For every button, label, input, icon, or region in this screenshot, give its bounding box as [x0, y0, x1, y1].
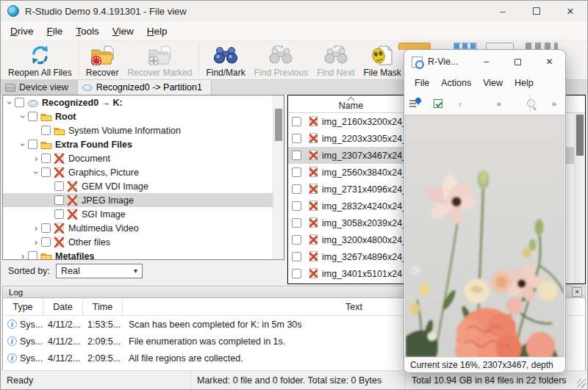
expander-icon[interactable]: › [31, 223, 41, 234]
tree-scrollbar[interactable] [273, 95, 284, 259]
tab-recognized0-partition1[interactable]: Recognized0 -> Partition1 [78, 80, 212, 95]
partial-toolbar-icon[interactable] [453, 43, 477, 49]
viewer-close-button[interactable]: ✕ [534, 50, 565, 73]
checkbox[interactable] [292, 269, 301, 278]
toolbar-overflow-button[interactable]: » [488, 99, 511, 108]
viewer-minimize-button[interactable]: – [470, 50, 502, 73]
viewer-maximize-button[interactable] [502, 50, 534, 73]
tree-row[interactable]: › Extra Found Files [3, 137, 284, 151]
checkbox[interactable] [292, 235, 301, 245]
unknown-type-icon [54, 236, 65, 248]
image-preview[interactable] [406, 115, 564, 357]
checkbox[interactable] [54, 181, 64, 191]
previous-file-button[interactable]: ‹ [449, 98, 472, 109]
mark-file-button[interactable] [427, 99, 450, 108]
tree-row[interactable]: › System Volume Information [3, 123, 284, 137]
file-list-scrollbar-thumb[interactable] [576, 115, 584, 156]
expander-icon[interactable]: › [18, 140, 28, 150]
column-header-date[interactable]: Date [43, 298, 83, 315]
recover-icon [90, 43, 115, 67]
goto-file-button[interactable] [404, 98, 427, 109]
close-icon: ✕ [567, 6, 575, 17]
tree-row[interactable]: › Multimedia Video [3, 221, 284, 235]
menu-tools[interactable]: Tools [69, 23, 106, 40]
partial-toolbar-icon[interactable] [526, 43, 558, 49]
file-mask-icon [371, 43, 393, 67]
expander-icon[interactable]: › [31, 154, 41, 164]
tree-scrollbar-thumb[interactable] [275, 109, 282, 141]
viewer-menu-help[interactable]: Help [509, 76, 539, 90]
checkbox[interactable] [292, 252, 301, 261]
close-icon: ✕ [575, 289, 580, 295]
checkbox[interactable] [41, 223, 51, 233]
checkbox[interactable] [292, 117, 301, 126]
deleted-image-icon [307, 201, 319, 212]
checkbox[interactable] [54, 209, 64, 219]
checkbox[interactable] [292, 151, 301, 160]
tree-row[interactable]: › Graphics, Picture [3, 165, 284, 179]
menu-view[interactable]: View [106, 23, 140, 40]
expander-icon[interactable]: › [31, 237, 41, 248]
checkbox[interactable] [292, 201, 301, 211]
checkbox[interactable] [292, 184, 301, 194]
zoom-button[interactable] [520, 98, 543, 109]
checkbox[interactable] [41, 154, 51, 163]
minimize-button[interactable]: – [486, 1, 520, 21]
viewer-menu-actions[interactable]: Actions [435, 76, 477, 90]
expander-icon[interactable]: › [4, 98, 15, 108]
toolbar-separator [198, 43, 199, 76]
tree-row[interactable]: › Document [3, 151, 284, 165]
recover-button[interactable]: Recover [82, 41, 123, 78]
resize-grip[interactable] [577, 379, 586, 388]
flower-photo [406, 115, 564, 357]
checkbox[interactable] [28, 251, 37, 260]
expander-icon[interactable]: › [18, 112, 28, 122]
find-mark-button[interactable]: Find/Mark [201, 41, 249, 78]
menu-drive[interactable]: Drive [4, 23, 40, 40]
checkbox[interactable] [292, 218, 301, 228]
locate-pin-icon [409, 98, 421, 109]
reopen-all-files-button[interactable]: Reopen All Files [4, 41, 76, 78]
checkbox[interactable] [292, 167, 301, 177]
folder-tree-panel: › Recognized0 → K: › Root › System Volum… [2, 95, 284, 260]
checkbox[interactable] [54, 195, 64, 205]
checkbox[interactable] [41, 126, 51, 135]
checkbox[interactable] [41, 237, 51, 247]
maximize-button[interactable] [520, 1, 553, 21]
recover-marked-button[interactable]: Recover Marked [123, 41, 196, 78]
log-close-button[interactable]: ✕ [572, 287, 582, 297]
expander-icon[interactable]: › [18, 251, 28, 261]
tree-row[interactable]: › Recognized0 → K: [3, 95, 284, 109]
menu-file[interactable]: File [40, 23, 70, 40]
checkbox[interactable] [28, 140, 37, 149]
sort-mode-select[interactable]: Real ▾ [56, 264, 143, 278]
checkbox[interactable] [15, 98, 24, 107]
checkbox[interactable] [292, 134, 301, 143]
column-header-name[interactable]: Name [288, 95, 415, 112]
checkbox[interactable] [28, 112, 37, 121]
checkbox[interactable] [41, 167, 51, 177]
find-next-button[interactable]: Find Next [312, 41, 359, 78]
find-previous-button[interactable]: Find Previous [250, 41, 312, 78]
tab-device-view[interactable]: Device view [1, 80, 78, 95]
close-button[interactable]: ✕ [553, 1, 587, 21]
viewer-menu-view[interactable]: View [477, 76, 509, 90]
viewer-menu-file[interactable]: File [409, 76, 435, 90]
log-title: Log [9, 288, 23, 297]
toolbar-overflow-button[interactable]: » [543, 99, 566, 108]
overflow-chevron-icon: » [552, 99, 556, 108]
expander-icon[interactable]: › [31, 167, 41, 178]
menu-help[interactable]: Help [140, 23, 174, 40]
tree-row[interactable]: › Metafiles [3, 249, 284, 260]
minimize-icon: – [484, 57, 489, 67]
column-header-type[interactable]: Type [3, 298, 43, 315]
tree-row[interactable]: › Other files [3, 235, 284, 249]
tree-row[interactable]: › GEM VDI Image [3, 179, 284, 193]
tree-row[interactable]: › SGI Image [3, 207, 284, 221]
back-chevron-icon: ‹ [459, 98, 462, 109]
column-header-time[interactable]: Time [83, 298, 123, 315]
file-list-scrollbar[interactable] [574, 113, 585, 284]
r-viewer-logo-icon [412, 57, 423, 68]
tree-row-selected[interactable]: › JPEG Image [3, 193, 284, 207]
tree-row[interactable]: › Root [3, 109, 284, 123]
